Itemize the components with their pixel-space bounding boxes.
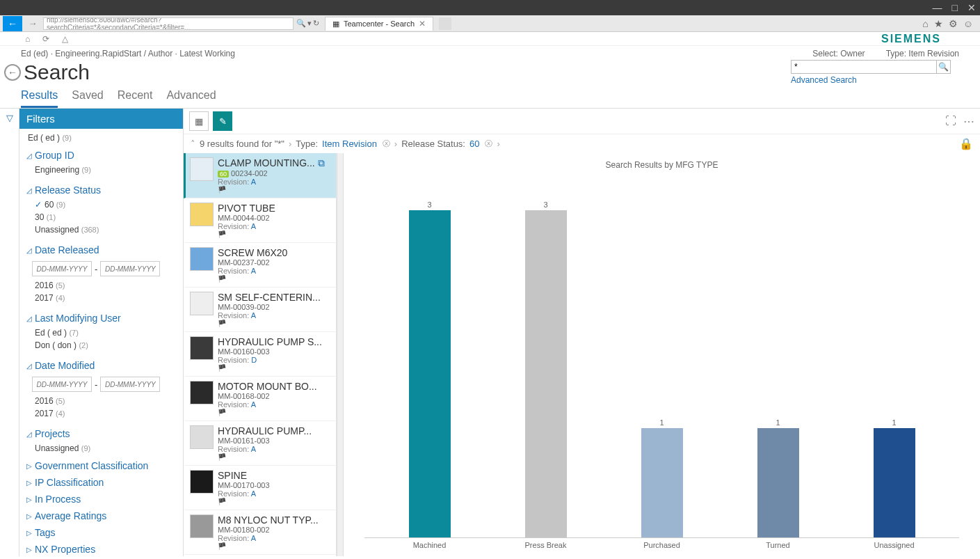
filter-item-count: (9) [81, 166, 90, 174]
filter-title-collapsed[interactable]: ▷Tags [19, 524, 183, 541]
result-card[interactable]: HYDRAULIC PUMP...MM-00161-003Revision: A… [184, 421, 336, 466]
filter-title-collapsed[interactable]: ▷NX Properties [19, 541, 183, 556]
filter-title-collapsed[interactable]: ▷Average Ratings [19, 507, 183, 524]
chart-bar[interactable]: 1 [867, 418, 922, 537]
splitter[interactable] [337, 153, 344, 556]
filter-title-collapsed[interactable]: ▷Government Classification [19, 457, 183, 474]
filter-item[interactable]: 2017 (4) [26, 292, 183, 304]
filter-section: ◿Release Status✓60 (9)30 (1)Unassigned (… [19, 179, 183, 239]
browser-back-button[interactable]: ← [3, 16, 22, 31]
result-card[interactable]: SPINEMM-00170-003Revision: A🏴 [184, 466, 336, 510]
lock-icon[interactable]: 🔒 [959, 137, 973, 150]
tab-results[interactable]: Results [21, 89, 58, 108]
filter-item[interactable]: 2017 (4) [26, 407, 183, 420]
browser-toolbar: ← → http://siemensdc:8080/awc/#/search?s… [0, 15, 980, 32]
tab-advanced[interactable]: Advanced [166, 89, 216, 108]
status-flag-icon: 🏴 [218, 409, 332, 416]
filter-item[interactable]: Unassigned (368) [26, 223, 183, 236]
result-revision: Revision: A [218, 222, 332, 230]
result-thumbnail [190, 336, 214, 360]
more-menu-icon[interactable]: ⋯ [963, 115, 974, 128]
chart-bar[interactable]: 1 [750, 418, 806, 537]
select-owner-label: Select: Owner [812, 49, 865, 58]
filter-title[interactable]: ◿Date Modified [26, 357, 183, 374]
filter-item-label: Unassigned [35, 443, 79, 453]
crumb-type-value[interactable]: Item Revision [322, 139, 377, 149]
result-card[interactable]: M8 NYLOC NUT TYP...MM-00180-002Revision:… [184, 510, 336, 555]
url-actions: 🔍 ▾ ↻ [296, 19, 319, 28]
settings-icon[interactable]: ⚙ [949, 18, 958, 29]
chart-bar[interactable]: 3 [402, 200, 458, 537]
collapse-crumb-icon[interactable]: ˄ [191, 139, 195, 149]
browser-forward-button[interactable]: → [25, 18, 40, 29]
result-card[interactable]: MOTOR MOUNT BO...MM-00168-002Revision: A… [184, 377, 336, 421]
date-from-input[interactable] [32, 261, 92, 276]
filter-item-count: (4) [56, 294, 65, 302]
crumb-type-remove[interactable]: ⓧ [383, 139, 390, 149]
table-view-button[interactable]: ▦ [189, 111, 209, 131]
page-back-button[interactable]: ← [4, 64, 21, 81]
result-thumbnail [190, 381, 214, 404]
open-icon[interactable]: ⧉ [318, 157, 325, 168]
date-to-input[interactable] [100, 261, 160, 276]
chart-title: Search Results by MFG TYPE [364, 160, 959, 170]
result-card[interactable]: SCREW M6X20MM-00237-002Revision: A🏴 [184, 243, 336, 288]
filter-item-count: (4) [56, 409, 65, 418]
filter-item[interactable]: 2016 (5) [26, 395, 183, 407]
filter-title[interactable]: ◿Projects [26, 425, 183, 442]
window-minimize-button[interactable]: — [933, 2, 942, 13]
search-button[interactable]: 🔍 [937, 60, 951, 74]
filter-title[interactable]: ◿Group ID [26, 147, 183, 164]
window-close-button[interactable]: ✕ [967, 2, 976, 13]
window-maximize-button[interactable]: □ [952, 2, 958, 13]
owner-filter-label[interactable]: Ed ( ed ) [28, 133, 60, 143]
result-revision: Revision: A [218, 400, 332, 409]
app-notification-icon[interactable]: △ [62, 34, 68, 44]
expand-icon: ▷ [26, 496, 32, 503]
filter-item[interactable]: 2016 (5) [26, 279, 183, 292]
search-icon[interactable]: 🔍 [296, 19, 306, 28]
collapse-icon: ◿ [26, 315, 32, 322]
advanced-search-link[interactable]: Advanced Search [791, 75, 857, 85]
app-refresh-icon[interactable]: ⟳ [42, 34, 49, 44]
date-range: - [26, 258, 183, 279]
date-from-input[interactable] [32, 377, 92, 392]
chart-bar[interactable]: 3 [518, 200, 574, 537]
tab-saved[interactable]: Saved [72, 89, 103, 108]
check-icon: ✓ [35, 200, 42, 210]
tab-recent[interactable]: Recent [118, 89, 153, 108]
filter-item[interactable]: ✓60 (9) [26, 198, 183, 211]
result-card[interactable]: SM SELF-CENTERIN...MM-00039-002Revision:… [184, 288, 336, 332]
crumb-status-value[interactable]: 60 [469, 139, 479, 149]
date-to-input[interactable] [100, 377, 160, 392]
filter-icon[interactable]: ▽ [6, 113, 13, 556]
filter-title[interactable]: ◿Release Status [26, 182, 183, 198]
app-home-icon[interactable]: ⌂ [25, 34, 30, 44]
browser-tab[interactable]: ▦ Teamcenter - Search ✕ [325, 17, 433, 31]
search-input[interactable] [791, 60, 937, 74]
crumb-status-remove[interactable]: ⓧ [485, 139, 492, 149]
filter-title[interactable]: ◿Date Released [26, 242, 183, 258]
fullscreen-icon[interactable]: ⛶ [945, 115, 956, 128]
filter-title[interactable]: ◿Last Modifying User [26, 310, 183, 326]
filter-item[interactable]: 30 (1) [26, 211, 183, 223]
results-toolbar: ▦ ✎ ⛶ ⋯ [184, 109, 980, 134]
home-icon[interactable]: ⌂ [922, 18, 928, 29]
chart-view-button[interactable]: ✎ [213, 111, 232, 131]
filter-item[interactable]: Ed ( ed ) (7) [26, 326, 183, 339]
filter-title-collapsed[interactable]: ▷IP Classification [19, 474, 183, 491]
browser-url-bar[interactable]: http://siemensdc:8080/awc/#/search?searc… [43, 17, 294, 30]
filter-item[interactable]: Engineering (9) [26, 164, 183, 176]
new-tab-button[interactable] [439, 17, 451, 30]
reload-icon[interactable]: ↻ [313, 19, 319, 28]
result-card[interactable]: PIVOT TUBEMM-00044-002Revision: A🏴 [184, 198, 336, 243]
result-card[interactable]: CLAMP MOUNTING... ⧉60 00234-002Revision:… [184, 153, 336, 198]
chart-bar[interactable]: 1 [634, 418, 690, 537]
feedback-icon[interactable]: ☺ [963, 18, 973, 29]
filter-item[interactable]: Unassigned (9) [26, 442, 183, 455]
filter-item[interactable]: Don ( don ) (2) [26, 339, 183, 352]
favorites-icon[interactable]: ★ [934, 18, 943, 29]
filter-title-collapsed[interactable]: ▷In Process [19, 491, 183, 507]
result-card[interactable]: HYDRAULIC PUMP S...MM-00160-003Revision:… [184, 332, 336, 377]
tab-close-button[interactable]: ✕ [419, 19, 426, 29]
